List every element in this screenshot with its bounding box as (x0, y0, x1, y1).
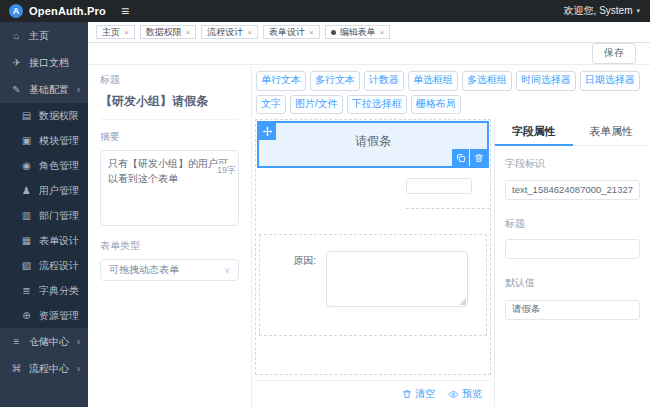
palette-select-button[interactable]: 下拉选择框 (347, 95, 407, 115)
tag-label: 编辑表单 (340, 26, 376, 39)
close-icon[interactable]: × (380, 28, 385, 37)
sidebar-item-resource-manage[interactable]: ⊕ 资源管理 (0, 303, 88, 328)
palette-grid-layout-button[interactable]: 栅格布局 (411, 95, 461, 115)
tag-label: 主页 (102, 26, 120, 39)
sidebar-item-data-permission[interactable]: ▤ 数据权限 (0, 103, 88, 128)
form-summary-textarea[interactable]: 只有【研发小组】的用户可以看到这个表单 19字 (100, 150, 239, 226)
field-row-dashed-divider (406, 208, 490, 209)
chevron-up-icon: ∧ (76, 86, 81, 94)
tag-home[interactable]: 主页 × (96, 25, 135, 39)
field-title-input[interactable] (505, 239, 640, 259)
hamburger-menu-icon[interactable]: ≡ (121, 4, 129, 18)
palette-checkbox-group-button[interactable]: 多选框组 (462, 71, 512, 91)
default-value-input[interactable] (505, 300, 640, 320)
tag-form-design[interactable]: 表单设计 × (263, 25, 320, 39)
form-title-label: 标题 (100, 73, 239, 87)
close-icon[interactable]: × (309, 28, 314, 37)
form-type-select[interactable]: 可拖拽动态表单 ∨ (100, 259, 239, 281)
flow-icon: ▧ (21, 260, 32, 271)
close-icon[interactable]: × (247, 28, 252, 37)
sitemap-icon: ⌘ (11, 363, 22, 374)
sidebar-item-label: 角色管理 (39, 159, 79, 173)
sidebar-item-api-docs[interactable]: ✈ 接口文档 (0, 49, 88, 76)
selected-header-component[interactable]: 请假条 (257, 121, 489, 168)
sidebar-item-flow-center[interactable]: ⌘ 流程中心 ∨ (0, 355, 88, 382)
tag-label: 表单设计 (269, 26, 305, 39)
close-icon[interactable]: × (186, 28, 191, 37)
copy-icon (456, 153, 466, 163)
plus-circle-icon: ⊕ (21, 310, 32, 321)
palette-date-picker-button[interactable]: 日期选择器 (580, 71, 640, 91)
palette-single-line-text-button[interactable]: 单行文本 (256, 71, 306, 91)
sidebar-item-base-config[interactable]: ✎ 基础配置 ∧ (0, 76, 88, 103)
palette-radio-group-button[interactable]: 单选框组 (408, 71, 458, 91)
sidebar-item-flow-design[interactable]: ▧ 流程设计 (0, 253, 88, 278)
active-dot-icon (331, 30, 336, 35)
sidebar-item-label: 部门管理 (39, 209, 79, 223)
canvas-column: 请假条 (252, 117, 494, 407)
role-icon: ◉ (21, 160, 32, 171)
tab-form-properties[interactable]: 表单属性 (573, 117, 650, 145)
default-value-label: 默认值 (505, 276, 640, 290)
form-field-row[interactable] (256, 173, 490, 209)
page-toolbar: 保存 (88, 43, 650, 65)
reason-field-item[interactable]: 原因: (259, 234, 487, 336)
field-id-input[interactable] (505, 180, 640, 200)
form-title-input[interactable]: 【研发小组】请假条 (100, 93, 239, 120)
tag-flow-design[interactable]: 流程设计 × (201, 25, 258, 39)
edit-icon: ✎ (11, 84, 22, 95)
user-menu[interactable]: 欢迎您, System ▾ (564, 4, 640, 18)
form-settings-panel: 标题 【研发小组】请假条 摘要 只有【研发小组】的用户可以看到这个表单 19字 … (88, 66, 252, 407)
sidebar-item-warehouse-center[interactable]: ≡ 仓储中心 ∨ (0, 328, 88, 355)
chevron-down-icon: ∨ (224, 266, 230, 275)
save-button[interactable]: 保存 (592, 43, 636, 64)
component-palette: 单行文本 多行文本 计数器 单选框组 多选框组 时间选择器 日期选择器 文字 图… (252, 66, 650, 117)
drag-handle[interactable] (259, 123, 276, 140)
paper-plane-icon: ✈ (11, 57, 22, 68)
tag-edit-form-active[interactable]: 编辑表单 × (325, 25, 391, 39)
clear-form-button[interactable]: 清空 (402, 387, 435, 401)
brand-title: OpenAuth.Pro (29, 5, 106, 17)
sidebar-item-home[interactable]: ⌂ 主页 (0, 22, 88, 49)
user-icon: ♟ (21, 185, 32, 196)
sidebar-item-label: 接口文档 (29, 56, 69, 70)
field-title-label: 标题 (505, 217, 640, 231)
form-summary-text: 只有【研发小组】的用户可以看到这个表单 (108, 158, 228, 184)
palette-time-picker-button[interactable]: 时间选择器 (516, 71, 576, 91)
sidebar-item-dict-category[interactable]: ≣ 字典分类 (0, 278, 88, 303)
field-id-label: 字段标识 (505, 157, 640, 171)
reason-label: 原因: (260, 251, 326, 335)
trash-icon (474, 153, 484, 163)
sidebar-item-user-manage[interactable]: ♟ 用户管理 (0, 178, 88, 203)
palette-text-button[interactable]: 文字 (256, 95, 286, 115)
sidebar-item-dept-manage[interactable]: ▥ 部门管理 (0, 203, 88, 228)
preview-form-button[interactable]: 预览 (448, 387, 482, 401)
palette-counter-button[interactable]: 计数器 (364, 71, 404, 91)
sidebar-item-role-manage[interactable]: ◉ 角色管理 (0, 153, 88, 178)
component-title-text: 请假条 (259, 133, 487, 150)
clear-label: 清空 (415, 387, 435, 401)
sidebar-item-label: 主页 (29, 29, 49, 43)
sidebar-item-module-manage[interactable]: ▣ 模块管理 (0, 128, 88, 153)
form-canvas[interactable]: 请假条 (255, 119, 491, 375)
reason-textarea[interactable] (326, 251, 468, 307)
top-header-bar: A OpenAuth.Pro ≡ 欢迎您, System ▾ (0, 0, 650, 22)
sidebar-item-form-design[interactable]: ▦ 表单设计 (0, 228, 88, 253)
base-config-submenu: ▤ 数据权限 ▣ 模块管理 ◉ 角色管理 ♟ 用户管理 ▥ 部门管理 ▦ 表单设… (0, 103, 88, 328)
table-icon: ▤ (21, 110, 32, 121)
tab-field-properties[interactable]: 字段属性 (495, 117, 573, 145)
word-count-badge: 19字 (216, 164, 236, 178)
chevron-down-icon: ∨ (76, 365, 81, 373)
sidebar-item-label: 数据权限 (39, 109, 79, 123)
delete-component-button[interactable] (470, 149, 487, 166)
properties-body: 字段标识 标题 默认值 (495, 146, 650, 337)
tag-data-permission[interactable]: 数据权限 × (140, 25, 197, 39)
palette-image-file-button[interactable]: 图片/文件 (290, 95, 343, 115)
close-icon[interactable]: × (124, 28, 129, 37)
list-icon: ≣ (21, 285, 32, 296)
copy-component-button[interactable] (452, 149, 469, 166)
unlabeled-field-input[interactable] (406, 178, 472, 194)
trash-icon (402, 389, 412, 399)
sidebar-item-label: 模块管理 (39, 134, 79, 148)
palette-multi-line-text-button[interactable]: 多行文本 (310, 71, 360, 91)
